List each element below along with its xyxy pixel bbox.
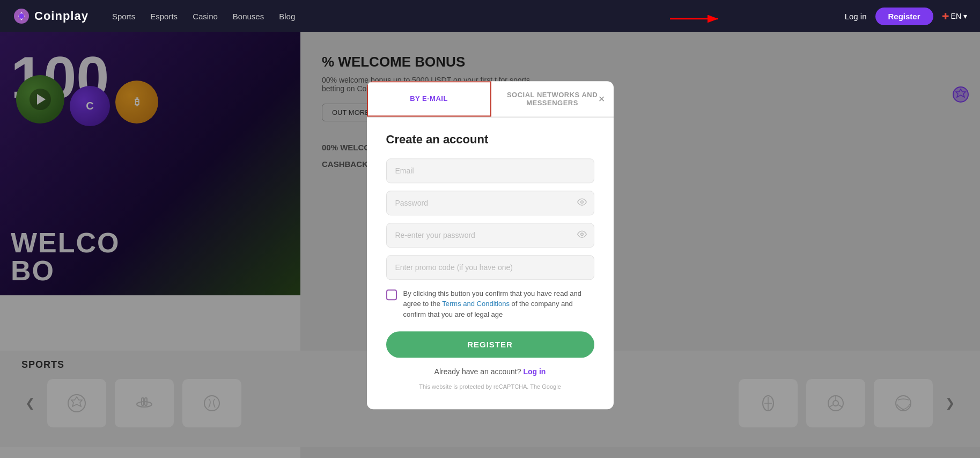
nav-links: Sports Esports Casino Bonuses Blog [112,12,295,21]
terms-link[interactable]: Terms and Conditions [442,300,510,308]
logo-icon [13,8,30,25]
tab-email[interactable]: BY E-MAIL [367,81,491,117]
recaptcha-note: This website is protected by reCAPTCHA. … [386,383,594,390]
register-modal: BY E-MAIL SOCIAL NETWORKS AND MESSENGERS… [367,81,614,410]
promo-field-wrapper [386,255,594,280]
reenter-password-input[interactable] [386,223,594,248]
svg-point-1 [19,13,24,19]
password-eye-icon[interactable] [577,197,587,209]
chevron-down-icon: ▾ [963,12,967,20]
modal-body: Create an account [367,118,614,399]
lang-button[interactable]: ✚ EN ▾ [942,11,967,21]
terms-row: By clicking this button you confirm that… [386,288,594,320]
tab-social[interactable]: SOCIAL NETWORKS AND MESSENGERS [491,81,614,117]
nav-bonuses[interactable]: Bonuses [233,12,264,21]
terms-checkbox[interactable] [386,289,397,300]
password-field-wrapper [386,191,594,215]
lang-label: EN [951,12,961,20]
red-arrow [665,8,729,30]
modal-close-button[interactable]: × [599,92,605,105]
nav-esports[interactable]: Esports [150,12,178,21]
modal-title: Create an account [386,133,594,147]
logo-text: Coinplay [34,9,89,23]
nav-blog[interactable]: Blog [279,12,295,21]
modal-login-link[interactable]: Log in [523,367,546,376]
modal-tabs: BY E-MAIL SOCIAL NETWORKS AND MESSENGERS… [367,81,614,117]
promo-input[interactable] [386,255,594,280]
already-text: Already have an account? [434,367,521,376]
email-input[interactable] [386,158,594,183]
terms-text: By clicking this button you confirm that… [403,288,594,320]
header: Coinplay Sports Esports Casino Bonuses B… [0,0,980,32]
register-button[interactable]: Register [875,8,933,25]
reenter-password-field-wrapper [386,223,594,248]
already-account-row: Already have an account? Log in [386,367,594,376]
password-input[interactable] [386,191,594,215]
reenter-eye-icon[interactable] [577,229,587,241]
email-field-wrapper [386,158,594,183]
register-modal-button[interactable]: REGISTER [386,331,594,358]
nav-sports[interactable]: Sports [112,12,135,21]
nav-casino[interactable]: Casino [193,12,218,21]
header-right: Log in Register ✚ EN ▾ [836,8,967,25]
login-button[interactable]: Log in [845,12,867,21]
svg-point-22 [580,233,583,236]
svg-point-21 [580,201,583,203]
logo: Coinplay [13,8,89,25]
main: 100 C ₿ WELCO BO [0,32,980,458]
